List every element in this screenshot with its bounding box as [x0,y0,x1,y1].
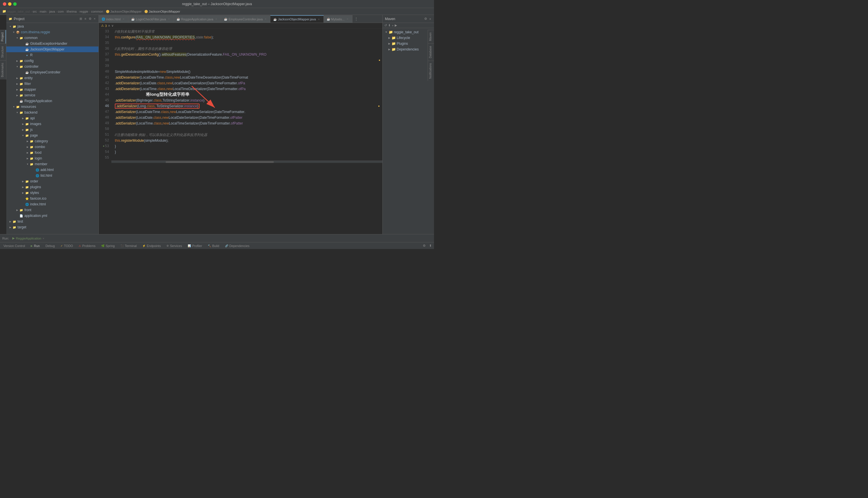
bottom-tab-problems[interactable]: ⚠ Problems [78,244,96,248]
maven-download-icon[interactable]: ⬇ [388,24,391,27]
tab-close-icon[interactable]: × [264,17,267,21]
maven-item-reggie[interactable]: ▼ 📁 reggie_take_out [383,29,434,35]
tree-item-food[interactable]: ▶ 📁 food [6,150,99,156]
java-class-icon: ☕ [25,70,29,75]
tree-label: service [24,93,35,97]
bottom-tab-spring[interactable]: 🌿 Spring [100,244,116,248]
more-tabs-icon[interactable]: ⋮ [352,17,360,21]
tree-item-api[interactable]: ▶ 📁 api [6,115,99,121]
tree-item-page[interactable]: ▼ 📁 page [6,132,99,138]
code-column[interactable]: //收到未知属性时不报异常 this.configure(FAIL_ON_UNK… [112,29,382,234]
tab-reggie-app[interactable]: ☕ ReggieApplication.java × [174,15,221,23]
tree-item-global-exception[interactable]: ▶ ☕ GlobalExceptionHandler [6,41,99,47]
tree-item-member[interactable]: ▼ 📁 member [6,161,99,167]
tree-item-add-html[interactable]: ▶ 🌐 add.html [6,167,99,173]
tree-item-service[interactable]: ▶ 📁 service [6,92,99,98]
bottom-tab-endpoints[interactable]: ⚡ Endpoints [141,244,162,248]
bottom-tab-dependencies[interactable]: 🔗 Dependencies [224,244,250,248]
tab-project[interactable]: Project [0,30,6,43]
close-panel-icon[interactable]: × [93,16,96,21]
tree-item-r[interactable]: ▶ ● R [6,52,99,58]
tree-item-login[interactable]: ▶ 📁 login [6,156,99,161]
tree-item-styles[interactable]: ▶ 📁 styles [6,190,99,196]
tree-item-js[interactable]: ▶ 📁 js [6,127,99,132]
tab-close-icon[interactable]: × [122,17,125,21]
tree-item-order[interactable]: ▶ 📁 order [6,179,99,184]
tree-item-resources[interactable]: ▼ 📁 resources [6,104,99,109]
horizontal-scrollbar[interactable] [112,161,382,163]
tab-index-html[interactable]: 🌐 index.html × [99,15,128,23]
tree-item-plugins[interactable]: ▶ 📁 plugins [6,184,99,190]
bottom-tab-debug[interactable]: Debug [44,244,56,248]
tab-jackson-mapper[interactable]: ☕ JacksonObjectMapper.java × [270,15,324,23]
tree-item-common[interactable]: ▼ 📁 common [6,35,99,41]
tree-item-front[interactable]: ▶ 📁 front [6,207,99,213]
bottom-tab-terminal[interactable]: ⬛ Terminal [119,244,138,248]
tab-mybatis[interactable]: ☕ Mybatis... × [324,15,352,23]
minimize-button[interactable] [8,2,12,6]
dep-icon: 🔗 [225,245,228,247]
run-close-icon[interactable]: × [42,237,44,240]
tree-item-filter[interactable]: ▶ 📁 filter [6,81,99,87]
tree-item-target[interactable]: ▶ 📁 target [6,224,99,230]
collapse-icon[interactable]: ≡ [84,16,87,21]
run-reggie-app[interactable]: ▶ ReggieApplication × [11,236,46,241]
tab-close-icon[interactable]: × [346,17,349,21]
info-chevron-up[interactable]: ∧ [108,24,110,28]
tree-item-config[interactable]: ▶ 📁 config [6,58,99,64]
tree-item-category[interactable]: ▶ 📁 category [6,138,99,144]
maven-add-icon[interactable]: + [392,24,393,27]
tree-item-list-html[interactable]: ▶ 🌐 list.html [6,173,99,179]
tree-label: food [35,150,41,155]
maven-execute-icon[interactable]: ▶ [395,24,397,27]
title-bar: reggie_take_out – JacksonObjectMapper.ja… [0,0,434,8]
tab-employee-ctrl[interactable]: ☕ EmployeeController.java × [221,15,270,23]
tree-item-employee-ctrl[interactable]: ▶ ☕ EmployeeController [6,69,99,75]
tab-close-icon[interactable]: × [215,17,218,21]
tree-item-index-html[interactable]: ▶ 🌐 index.html [6,201,99,207]
tree-item-test[interactable]: ▶ 📁 test [6,219,99,224]
tab-login-filter[interactable]: ☕ LoginCheckFilter.java × [128,15,174,23]
scrollbar-thumb[interactable] [166,161,274,163]
maven-settings-icon[interactable]: ⚙ [424,16,428,21]
tree-item-controller[interactable]: ▼ 📁 controller [6,64,99,69]
tab-database[interactable]: Database [428,43,434,61]
tree-item-mapper[interactable]: ▶ 📁 mapper [6,87,99,92]
tree-item-combo[interactable]: ▶ 📁 combo [6,144,99,150]
tree-item-favicon[interactable]: ▶ ⭐ favicon.ico [6,196,99,201]
bottom-tab-vcs[interactable]: Version Control [2,244,26,248]
window-controls[interactable] [3,2,17,6]
tree-item-backend[interactable]: ▼ 📁 backend [6,109,99,115]
settings-icon[interactable]: ⚙ [423,244,426,248]
bottom-tab-services[interactable]: ⚙ Services [165,244,183,248]
expand-icon[interactable]: ⊞ [79,16,83,21]
bottom-tab-todo[interactable]: ✓ TODO [60,244,74,248]
bottom-tab-profiler[interactable]: 📊 Profiler [186,244,203,248]
tree-item-images[interactable]: ▶ 📁 images [6,121,99,127]
tab-structure[interactable]: Structure [0,43,6,60]
tab-bookmarks[interactable]: Bookmarks [0,60,6,79]
tab-notifications[interactable]: Notifications [428,61,434,81]
maximize-button[interactable] [13,2,17,6]
tree-item-reggie-app[interactable]: ▶ ☕ ReggieApplication [6,98,99,104]
tab-close-icon[interactable]: × [167,17,170,21]
tree-item-jackson[interactable]: ▶ ☕ JacksonObjectMapper [6,47,99,52]
maven-item-deps[interactable]: ▶ 📁 Dependencies [383,47,434,52]
tab-maven[interactable]: Maven [428,30,434,43]
tab-close-icon[interactable]: × [317,17,321,21]
tree-item-java[interactable]: ▼ 📁 java [6,24,99,29]
folder-icon: 📁 [25,179,29,184]
bottom-tab-build[interactable]: 🔨 Build [207,244,220,248]
close-button[interactable] [3,2,6,6]
settings-icon[interactable]: ⚙ [88,16,92,21]
maven-close-icon[interactable]: × [429,17,432,21]
maven-item-lifecycle[interactable]: ▶ 📁 Lifecycle [383,35,434,41]
maven-refresh-icon[interactable]: ↺ [384,24,387,27]
tree-item-app-yml[interactable]: ▶ 📄 application.yml [6,213,99,219]
tree-item-entity[interactable]: ▶ 📁 entity [6,75,99,81]
maven-item-plugins[interactable]: ▶ 📁 Plugins [383,41,434,47]
expand-icon[interactable]: ⬆ [429,244,432,248]
info-chevron-down[interactable]: ∨ [112,24,114,28]
bottom-tab-run[interactable]: ▶ Run [29,244,41,248]
tree-item-package[interactable]: ▼ 📦 com.itheima.reggie [6,29,99,35]
